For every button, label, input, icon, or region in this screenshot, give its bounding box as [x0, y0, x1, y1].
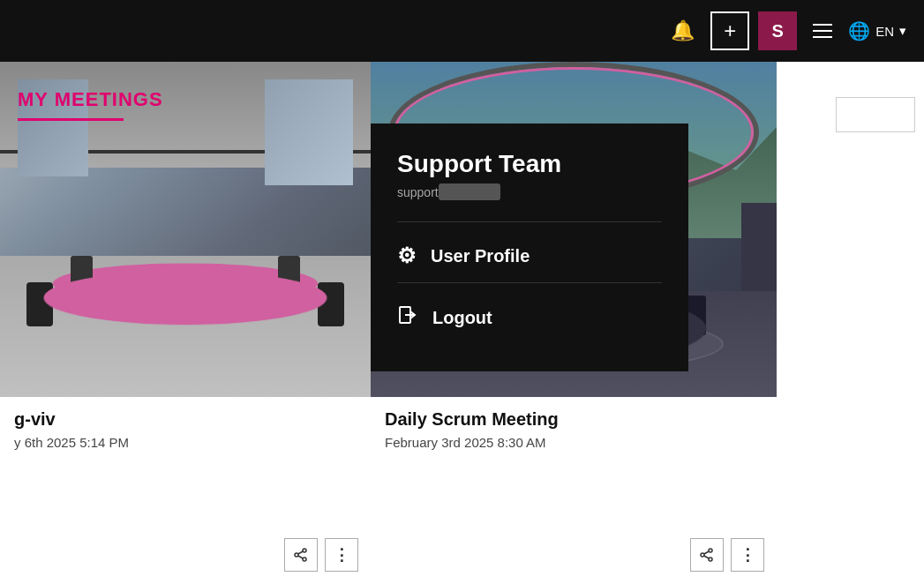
search-input[interactable]	[836, 97, 915, 132]
hamburger-menu[interactable]	[806, 17, 839, 45]
email-prefix: support	[397, 185, 439, 199]
dropdown-divider-2	[397, 282, 662, 283]
main-content: MY MEETINGS	[0, 62, 924, 584]
card-1-title: g-viv	[14, 409, 357, 430]
language-selector[interactable]: 🌐 EN ▾	[848, 20, 906, 41]
app-header: 🔔 + S 🌐 EN ▾	[0, 0, 924, 62]
globe-icon: 🌐	[848, 20, 870, 41]
card-2-title: Daily Scrum Meeting	[385, 409, 762, 430]
share-icon	[294, 548, 308, 562]
hamburger-line-1	[813, 24, 832, 26]
chevron-down-icon: ▾	[899, 23, 906, 39]
dropdown-divider-1	[397, 221, 662, 222]
logout-icon	[397, 304, 418, 331]
my-meetings-underline	[18, 118, 124, 121]
dropdown-username: Support Team	[397, 150, 662, 178]
meeting-card-1: g-viv y 6th 2025 5:14 PM ⋮	[0, 62, 371, 584]
notification-icon[interactable]: 🔔	[664, 12, 702, 49]
search-area	[836, 97, 915, 132]
hamburger-line-3	[813, 36, 832, 38]
email-domain	[439, 183, 500, 200]
user-profile-label: User Profile	[431, 246, 530, 266]
gear-icon: ⚙	[397, 243, 417, 268]
more-icon-2: ⋮	[740, 545, 755, 565]
user-dropdown-menu: Support Team support ⚙ User Profile Logo…	[371, 124, 688, 371]
svg-point-7	[701, 553, 704, 557]
card-2-date: February 3rd 2025 8:30 AM	[385, 435, 762, 450]
svg-point-6	[709, 558, 712, 561]
svg-line-3	[298, 551, 304, 554]
user-avatar[interactable]: S	[758, 11, 797, 50]
add-button[interactable]: +	[710, 11, 749, 50]
right-area	[777, 62, 924, 584]
svg-point-2	[295, 553, 298, 557]
svg-point-0	[303, 549, 306, 552]
svg-point-1	[303, 558, 306, 561]
user-profile-item[interactable]: ⚙ User Profile	[397, 229, 662, 282]
card-1-actions: ⋮	[284, 538, 358, 572]
logout-item[interactable]: Logout	[397, 290, 662, 345]
svg-line-8	[704, 551, 710, 554]
more-icon: ⋮	[334, 545, 349, 565]
card-2-more-button[interactable]: ⋮	[731, 538, 764, 572]
card-1-info: g-viv y 6th 2025 5:14 PM	[0, 397, 371, 462]
svg-point-5	[709, 549, 712, 552]
language-label: EN	[875, 24, 894, 39]
share-icon-2	[700, 548, 714, 562]
hamburger-line-2	[813, 30, 832, 32]
my-meetings-title: MY MEETINGS	[18, 88, 163, 111]
dropdown-email: support	[397, 183, 662, 200]
logout-label: Logout	[432, 308, 492, 328]
logout-icon-svg	[397, 304, 418, 326]
card-2-share-button[interactable]	[690, 538, 724, 572]
card-1-date: y 6th 2025 5:14 PM	[14, 435, 357, 450]
card-1-more-button[interactable]: ⋮	[325, 538, 358, 572]
card-2-actions: ⋮	[690, 538, 764, 572]
card-2-info: Daily Scrum Meeting February 3rd 2025 8:…	[371, 397, 777, 462]
card-1-share-button[interactable]	[284, 538, 318, 572]
svg-line-4	[298, 556, 304, 558]
my-meetings-section: MY MEETINGS	[18, 88, 163, 139]
svg-line-9	[704, 556, 710, 558]
